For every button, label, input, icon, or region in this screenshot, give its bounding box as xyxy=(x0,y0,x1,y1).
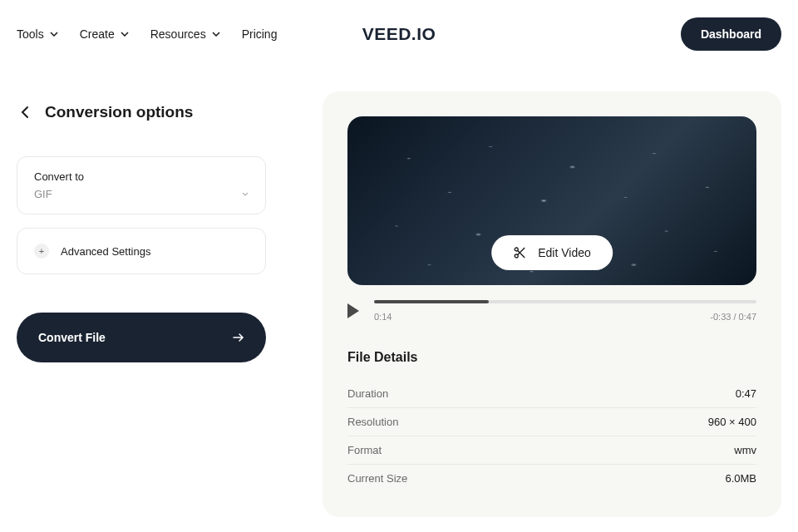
chevron-down-icon xyxy=(121,32,129,37)
convert-to-card[interactable]: Convert to GIF xyxy=(17,156,266,214)
detail-value: 6.0MB xyxy=(725,472,756,485)
nav-create[interactable]: Create xyxy=(80,27,129,41)
player-controls: 0:14 -0:33 / 0:47 xyxy=(347,300,756,322)
detail-label: Current Size xyxy=(347,472,407,485)
chevron-down-icon xyxy=(242,192,249,196)
advanced-settings-label: Advanced Settings xyxy=(61,245,150,258)
convert-to-select[interactable]: GIF xyxy=(34,188,249,200)
video-preview: Edit Video xyxy=(347,116,756,285)
convert-button-label: Convert File xyxy=(38,331,106,344)
convert-file-button[interactable]: Convert File xyxy=(17,313,266,362)
nav-label: Create xyxy=(80,27,115,41)
svg-point-0 xyxy=(515,248,518,251)
arrow-right-icon xyxy=(233,332,244,342)
advanced-settings-card[interactable]: + Advanced Settings xyxy=(17,228,266,274)
time-labels: 0:14 -0:33 / 0:47 xyxy=(374,312,756,322)
nav-label: Tools xyxy=(17,27,44,41)
detail-label: Format xyxy=(347,444,382,456)
detail-row-format: Format wmv xyxy=(347,436,756,465)
main: Conversion options Convert to GIF + Adva… xyxy=(0,68,798,517)
back-arrow-icon[interactable] xyxy=(17,104,33,121)
convert-to-value: GIF xyxy=(34,188,52,200)
progress-fill xyxy=(374,300,489,303)
right-panel: Edit Video 0:14 -0:33 / 0:47 File Detail… xyxy=(323,91,781,517)
nav-tools[interactable]: Tools xyxy=(17,27,58,41)
chevron-down-icon xyxy=(212,32,220,37)
nav: Tools Create Resources Pricing xyxy=(17,27,277,41)
progress-container: 0:14 -0:33 / 0:47 xyxy=(374,300,756,322)
left-panel: Conversion options Convert to GIF + Adva… xyxy=(17,68,266,517)
detail-value: 0:47 xyxy=(736,387,756,400)
nav-pricing[interactable]: Pricing xyxy=(242,27,278,41)
chevron-down-icon xyxy=(50,32,58,37)
plus-icon: + xyxy=(34,244,49,259)
play-button[interactable] xyxy=(347,303,359,318)
header: Tools Create Resources Pricing VEED.IO D… xyxy=(0,0,798,68)
current-time: 0:14 xyxy=(374,312,392,322)
detail-label: Resolution xyxy=(347,416,398,428)
file-details: File Details Duration 0:47 Resolution 96… xyxy=(347,350,756,492)
detail-value: wmv xyxy=(734,444,756,456)
detail-row-size: Current Size 6.0MB xyxy=(347,465,756,492)
progress-bar[interactable] xyxy=(374,300,756,303)
detail-value: 960 × 400 xyxy=(708,416,756,428)
nav-label: Pricing xyxy=(242,27,278,41)
file-details-title: File Details xyxy=(347,350,756,365)
detail-row-duration: Duration 0:47 xyxy=(347,380,756,408)
logo[interactable]: VEED.IO xyxy=(362,24,436,44)
detail-label: Duration xyxy=(347,387,388,400)
edit-video-label: Edit Video xyxy=(538,246,591,259)
svg-point-1 xyxy=(515,254,518,258)
nav-resources[interactable]: Resources xyxy=(150,27,220,41)
edit-video-button[interactable]: Edit Video xyxy=(491,235,613,270)
panel-title: Conversion options xyxy=(45,103,193,121)
dashboard-button[interactable]: Dashboard xyxy=(681,17,781,51)
convert-to-label: Convert to xyxy=(34,170,249,183)
panel-header: Conversion options xyxy=(17,103,266,121)
remaining-time: -0:33 / 0:47 xyxy=(710,312,756,322)
detail-row-resolution: Resolution 960 × 400 xyxy=(347,408,756,436)
nav-label: Resources xyxy=(150,27,206,41)
scissors-icon xyxy=(513,246,526,259)
